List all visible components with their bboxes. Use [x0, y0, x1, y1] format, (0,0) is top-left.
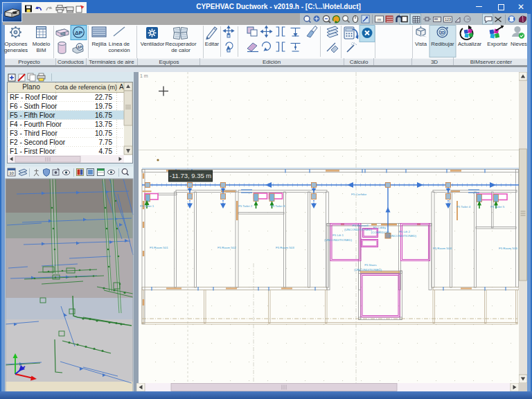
svg-text:Terminales de aire: Terminales de aire — [89, 59, 134, 65]
svg-text:F4 - Fourth Floor: F4 - Fourth Floor — [10, 121, 62, 128]
svg-text:F5 Toilet 5: F5 Toilet 5 — [490, 205, 505, 209]
svg-text:10.75: 10.75 — [95, 130, 112, 137]
svg-text:F5 Lift 1: F5 Lift 1 — [332, 233, 344, 237]
svg-text:BIM: BIM — [37, 47, 46, 53]
svg-text:Redibujar: Redibujar — [431, 41, 454, 47]
svg-text:ΔP: ΔP — [78, 45, 83, 49]
svg-text:Ventilador: Ventilador — [141, 41, 165, 47]
svg-text:Equipos: Equipos — [159, 59, 179, 65]
svg-text:F5 Toilet 1: F5 Toilet 1 — [140, 204, 154, 208]
svg-text:F5 Room 502: F5 Room 502 — [218, 246, 236, 249]
svg-text:F5 Lift 2: F5 Lift 2 — [399, 230, 410, 233]
svg-text:F5 Room 501: F5 Room 501 — [150, 246, 168, 249]
svg-text:F5 Room 505: F5 Room 505 — [499, 247, 517, 250]
svg-text:Modelo: Modelo — [33, 41, 51, 47]
svg-text:(CORRIDOR): (CORRIDOR) — [371, 231, 390, 234]
svg-text:123: 123 — [445, 17, 451, 21]
svg-text:Cálculo: Cálculo — [350, 59, 369, 65]
svg-text:Cota de referencia (m): Cota de referencia (m) — [55, 84, 117, 91]
svg-text:(UNCONDITIONED): (UNCONDITIONED) — [344, 228, 373, 231]
svg-text:3D: 3D — [431, 59, 438, 65]
svg-text:Proyecto: Proyecto — [18, 59, 40, 65]
svg-text:ΔP: ΔP — [75, 30, 83, 36]
svg-text:1 m: 1 m — [140, 73, 148, 78]
svg-text:3D: 3D — [440, 30, 445, 35]
svg-text:Opciones: Opciones — [5, 41, 28, 47]
svg-text:generales: generales — [4, 47, 28, 53]
svg-text:de calor: de calor — [171, 47, 190, 53]
svg-text:Plano: Plano — [22, 83, 40, 91]
svg-text:RF - Roof Floor: RF - Roof Floor — [10, 94, 58, 101]
svg-text:(UNCONDITIONED): (UNCONDITIONED) — [354, 268, 382, 272]
svg-text:Editar: Editar — [205, 41, 220, 47]
svg-text:F5 - Fifth Floor: F5 - Fifth Floor — [10, 112, 55, 119]
svg-text:BIMserver.center: BIMserver.center — [470, 59, 513, 65]
svg-text:13.75: 13.75 — [95, 121, 112, 128]
svg-text:F2 - Second Floor: F2 - Second Floor — [10, 139, 66, 146]
svg-text:Actualizar: Actualizar — [458, 41, 482, 47]
svg-text:16.75: 16.75 — [95, 112, 112, 119]
svg-text:Edición: Edición — [263, 59, 281, 65]
svg-text:4.75: 4.75 — [99, 148, 113, 155]
svg-text:F5 Stairwell: F5 Stairwell — [353, 224, 369, 227]
svg-text:22.75: 22.75 — [95, 94, 112, 101]
svg-text:m: m — [378, 17, 381, 21]
svg-text:Nieves: Nieves — [511, 41, 527, 47]
svg-text:F5 Toilet 2: F5 Toilet 2 — [238, 204, 253, 208]
svg-text:Recuperador: Recuperador — [165, 41, 196, 47]
svg-text:F5 Toilet 3: F5 Toilet 3 — [271, 204, 285, 208]
svg-text:19.75: 19.75 — [95, 103, 112, 110]
svg-text:F5 Stairs: F5 Stairs — [364, 263, 377, 267]
svg-text:Exportar: Exportar — [487, 41, 508, 47]
svg-text:7.75: 7.75 — [99, 139, 113, 146]
svg-text:Vista: Vista — [415, 41, 427, 47]
svg-text:10: 10 — [9, 171, 14, 175]
svg-text:F5 Room 503: F5 Room 503 — [276, 246, 294, 249]
svg-text:Conductos: Conductos — [57, 59, 84, 65]
svg-text:Línea de: Línea de — [109, 41, 130, 47]
svg-text:F5 Lobby: F5 Lobby — [373, 226, 387, 229]
svg-text:F5 Corridor: F5 Corridor — [351, 193, 367, 196]
svg-text:-11.73, 9.35 m: -11.73, 9.35 m — [170, 172, 212, 179]
svg-text:F5 Room 504: F5 Room 504 — [433, 247, 452, 250]
svg-text:conexión: conexión — [108, 47, 130, 53]
svg-text:Rejilla: Rejilla — [91, 41, 107, 47]
svg-text:(UNCONDITIONED): (UNCONDITIONED) — [324, 238, 353, 242]
svg-text:F1 - First Floor: F1 - First Floor — [10, 148, 55, 155]
svg-text:(UNCONDITIONED): (UNCONDITIONED) — [389, 234, 417, 238]
svg-text:F6 - Sixth Floor: F6 - Sixth Floor — [10, 103, 57, 110]
svg-text:F5 Toilet 4: F5 Toilet 4 — [456, 205, 471, 209]
svg-text:F3 - Third Floor: F3 - Third Floor — [10, 130, 57, 137]
